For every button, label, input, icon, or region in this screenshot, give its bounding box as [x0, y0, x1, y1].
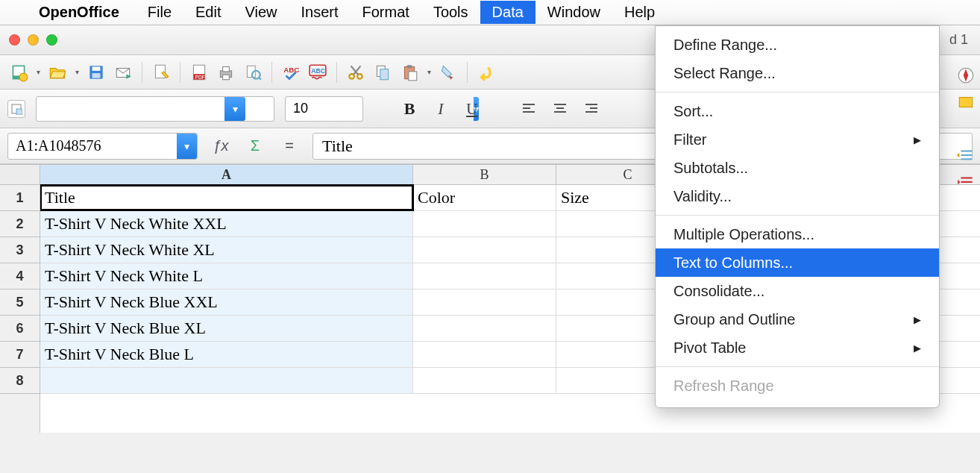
menu-tools[interactable]: Tools	[421, 1, 480, 24]
cell-B7[interactable]	[413, 342, 556, 367]
new-document-icon[interactable]	[7, 61, 30, 84]
cell-B5[interactable]	[413, 289, 556, 315]
paste-dropdown[interactable]: ▾	[425, 68, 433, 76]
name-box[interactable]	[7, 133, 198, 160]
menu-sort[interactable]: Sort...	[656, 97, 939, 125]
open-icon[interactable]	[46, 61, 69, 84]
font-name-input[interactable]	[37, 97, 224, 121]
name-box-dropdown[interactable]	[177, 134, 197, 159]
row-header-8[interactable]: 8	[0, 368, 40, 394]
svg-rect-5	[92, 73, 101, 78]
svg-point-2	[19, 73, 28, 81]
cell-B6[interactable]	[413, 316, 556, 341]
undo-icon[interactable]	[475, 61, 497, 84]
menu-view[interactable]: View	[233, 1, 289, 24]
function-equals-icon[interactable]: =	[278, 135, 301, 157]
italic-button[interactable]: I	[430, 98, 451, 119]
menu-select-range[interactable]: Select Range...	[656, 59, 939, 87]
font-name-combo[interactable]	[36, 96, 274, 122]
window-title-text: d 1	[949, 32, 973, 48]
function-wizard-icon[interactable]: ƒx	[210, 135, 232, 157]
cell-B2[interactable]	[413, 211, 556, 236]
menu-help[interactable]: Help	[612, 1, 667, 24]
print-preview-icon[interactable]	[242, 61, 264, 84]
export-pdf-icon[interactable]: PDF	[188, 61, 210, 84]
align-left-icon[interactable]	[518, 98, 539, 119]
styles-button[interactable]	[7, 100, 25, 118]
cell-B3[interactable]	[413, 237, 556, 263]
col-header-B[interactable]: B	[413, 165, 556, 184]
cell-A7[interactable]: T-Shirt V Neck Blue L	[40, 342, 413, 367]
menu-edit[interactable]: Edit	[183, 1, 233, 24]
window-zoom-button[interactable]	[46, 34, 57, 46]
font-name-dropdown[interactable]	[224, 97, 245, 121]
cell-A1[interactable]: Title	[40, 185, 413, 210]
paste-icon[interactable]	[398, 61, 421, 84]
menu-define-range[interactable]: Define Range...	[656, 31, 939, 59]
window-minimize-button[interactable]	[28, 34, 39, 46]
toolbar-separator	[142, 62, 142, 83]
row-header-6[interactable]: 6	[0, 316, 40, 342]
menu-validity[interactable]: Validity...	[656, 182, 939, 210]
menu-separator	[656, 366, 939, 367]
cell-A6[interactable]: T-Shirt V Neck Blue XL	[40, 316, 413, 341]
window-close-button[interactable]	[9, 34, 20, 46]
row-header-4[interactable]: 4	[0, 263, 40, 289]
menu-format[interactable]: Format	[351, 1, 421, 24]
bold-button[interactable]: B	[399, 98, 420, 119]
format-paintbrush-icon[interactable]	[437, 61, 459, 84]
align-right-icon[interactable]	[581, 98, 602, 119]
cell-A8[interactable]	[40, 368, 413, 393]
open-dropdown[interactable]: ▾	[73, 68, 81, 76]
row-header-3[interactable]: 3	[0, 237, 40, 263]
spellcheck-icon[interactable]: ABC	[280, 61, 302, 84]
cell-B8[interactable]	[413, 368, 556, 393]
new-document-dropdown[interactable]: ▾	[34, 68, 42, 76]
toolbar-separator	[180, 62, 180, 83]
menu-text-to-columns[interactable]: Text to Columns...	[656, 248, 939, 277]
copy-icon[interactable]	[371, 61, 394, 84]
menu-multiple-operations[interactable]: Multiple Operations...	[656, 220, 939, 248]
edit-file-icon[interactable]	[150, 61, 172, 84]
cell-A3[interactable]: T-Shirt V Neck White XL	[40, 237, 413, 263]
cell-B4[interactable]	[413, 263, 556, 289]
menu-file[interactable]: File	[136, 1, 183, 24]
row-header-2[interactable]: 2	[0, 211, 40, 237]
cell-A5[interactable]: T-Shirt V Neck Blue XXL	[40, 289, 413, 315]
cell-A2[interactable]: T-Shirt V Neck White XXL	[40, 211, 413, 236]
menu-group-outline[interactable]: Group and Outline▶	[656, 305, 939, 333]
gallery-icon[interactable]	[955, 91, 977, 113]
increase-indent-icon[interactable]	[955, 172, 977, 194]
svg-rect-13	[223, 75, 230, 80]
print-icon[interactable]	[215, 61, 237, 84]
sum-icon[interactable]: Σ	[244, 135, 266, 157]
align-center-icon[interactable]	[550, 98, 571, 119]
decrease-indent-icon[interactable]	[955, 145, 977, 167]
app-name[interactable]: OpenOffice	[31, 1, 127, 24]
menu-window[interactable]: Window	[535, 1, 612, 24]
email-icon[interactable]	[112, 61, 134, 84]
save-icon[interactable]	[85, 61, 107, 84]
underline-button[interactable]: U	[462, 98, 483, 119]
right-edge-icons	[955, 64, 980, 194]
row-header-7[interactable]: 7	[0, 342, 40, 368]
row-header-1[interactable]: 1	[0, 185, 40, 211]
cell-A4[interactable]: T-Shirt V Neck White L	[40, 263, 413, 289]
menu-filter[interactable]: Filter▶	[656, 125, 939, 154]
row-header-5[interactable]: 5	[0, 289, 40, 316]
col-header-A[interactable]: A	[40, 165, 413, 184]
menu-consolidate[interactable]: Consolidate...	[656, 277, 939, 305]
cell-B1[interactable]: Color	[413, 185, 556, 210]
menu-subtotals[interactable]: Subtotals...	[656, 154, 939, 182]
svg-rect-41	[959, 98, 972, 107]
select-all-corner[interactable]	[0, 164, 40, 185]
menu-pivot-table[interactable]: Pivot Table▶	[656, 333, 939, 362]
svg-text:PDF: PDF	[195, 74, 205, 79]
auto-spellcheck-icon[interactable]: ABC	[307, 61, 329, 84]
menu-insert[interactable]: Insert	[289, 1, 351, 24]
cut-icon[interactable]	[345, 61, 367, 84]
navigator-icon[interactable]	[955, 64, 977, 87]
name-box-input[interactable]	[8, 137, 177, 154]
menu-data[interactable]: Data	[480, 1, 535, 24]
font-size-combo[interactable]	[285, 96, 363, 122]
